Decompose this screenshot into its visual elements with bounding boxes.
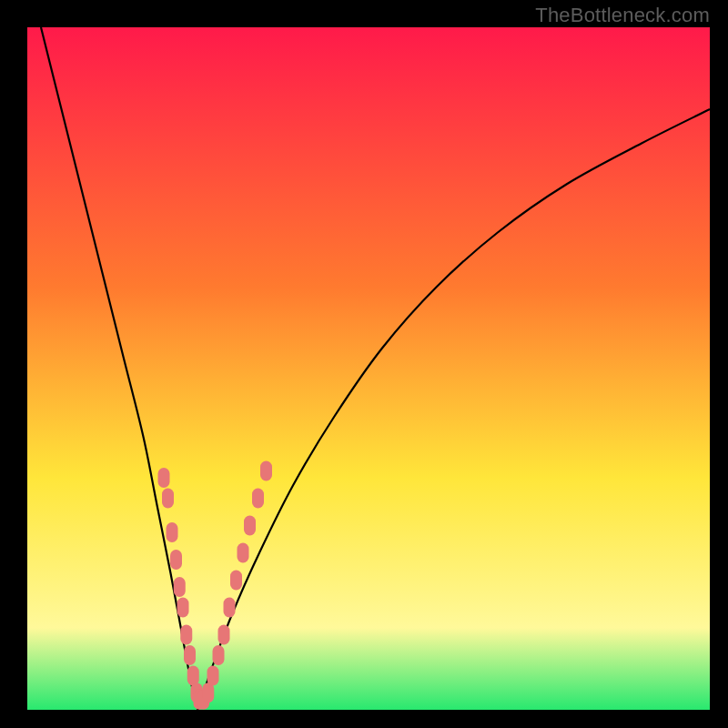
- marker-dot: [202, 682, 214, 703]
- marker-dot: [184, 645, 196, 665]
- marker-dot: [162, 489, 174, 509]
- marker-dot: [230, 571, 242, 591]
- plot-area: [27, 27, 710, 710]
- marker-dot: [158, 468, 170, 488]
- marker-dot: [244, 516, 256, 536]
- chart-curves: [27, 27, 710, 710]
- marker-dot: [260, 461, 272, 481]
- marker-dot: [213, 645, 225, 665]
- curve-right: [198, 109, 711, 710]
- marker-dot: [170, 550, 182, 570]
- marker-dot: [252, 489, 264, 509]
- marker-dot: [218, 625, 230, 645]
- marker-dot: [167, 522, 178, 542]
- marker-group: [158, 461, 273, 710]
- marker-dot: [187, 666, 199, 686]
- marker-dot: [224, 598, 236, 618]
- curve-left: [41, 27, 198, 710]
- marker-dot: [177, 598, 189, 618]
- watermark-text: TheBottleneck.com: [535, 4, 710, 27]
- marker-dot: [174, 577, 186, 597]
- marker-dot: [180, 625, 192, 645]
- chart-frame: TheBottleneck.com: [0, 0, 728, 728]
- marker-dot: [238, 543, 249, 563]
- marker-dot: [207, 666, 219, 686]
